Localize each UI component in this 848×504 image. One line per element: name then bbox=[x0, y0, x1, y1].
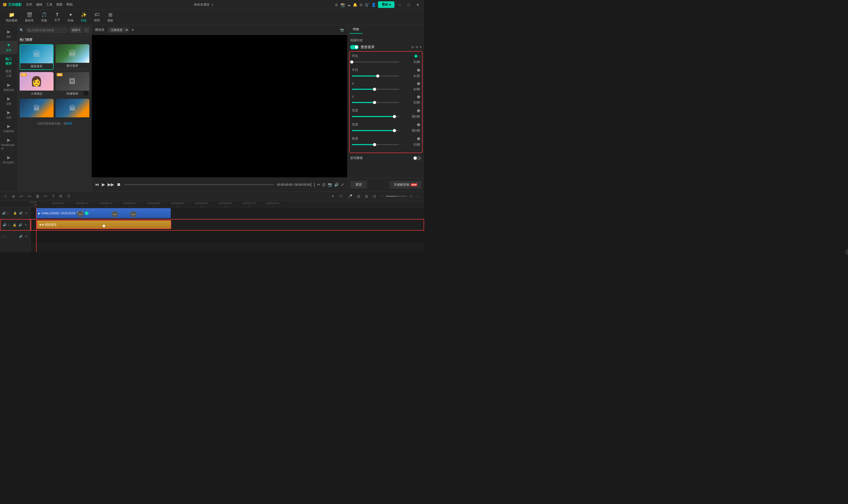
crop-icon[interactable]: ✂ bbox=[317, 182, 320, 187]
sidebar-item-border[interactable]: ▶ 边框 bbox=[0, 108, 17, 122]
keyframe-feather[interactable] bbox=[414, 54, 418, 58]
fullscreen-icon[interactable]: ⤢ bbox=[341, 182, 344, 187]
zoom-slider[interactable] bbox=[386, 196, 407, 197]
tl-layers-icon[interactable]: ⊞ bbox=[356, 193, 362, 199]
clip-challenge-success[interactable]: ▶ CHALLENGE / SUCCESS VIP + bbox=[36, 208, 171, 218]
menu-tools[interactable]: 工具 bbox=[46, 2, 52, 7]
tool-material-lib[interactable]: 🎬 素材库 bbox=[22, 11, 37, 24]
tool-sticker[interactable]: 🏷 贴纸 bbox=[91, 11, 103, 23]
effect-lighthouse4[interactable]: 🏛 bbox=[56, 99, 90, 120]
feather-thumb[interactable] bbox=[350, 60, 353, 64]
height-slider[interactable] bbox=[352, 130, 399, 131]
zoom-out-button[interactable]: − bbox=[380, 193, 384, 199]
track-1-mute[interactable]: 🔊 bbox=[18, 223, 23, 227]
track-2-lock[interactable]: 🔒 bbox=[13, 211, 17, 215]
fast-forward-button[interactable]: ▶▶ bbox=[108, 182, 114, 187]
keyframe-feather-add[interactable]: › bbox=[419, 54, 420, 58]
mark-out-icon[interactable]: } bbox=[314, 182, 315, 187]
effect-toggle[interactable] bbox=[350, 45, 359, 49]
tl-select-tool[interactable]: ⊹ bbox=[3, 193, 8, 199]
sidebar-item-my[interactable]: ▶ 我的 bbox=[0, 27, 17, 41]
x-thumb[interactable] bbox=[373, 88, 376, 91]
close-button[interactable]: ✕ bbox=[414, 2, 421, 7]
keyframe-x[interactable] bbox=[417, 82, 420, 86]
angle-slider[interactable] bbox=[352, 144, 399, 145]
tool-audio[interactable]: 🎵 音频 bbox=[38, 11, 50, 24]
maximize-button[interactable]: □ bbox=[405, 2, 412, 7]
angle-thumb[interactable] bbox=[373, 143, 376, 146]
effect-settings-icon[interactable]: ⚙ bbox=[415, 45, 418, 49]
tl-shield-icon[interactable]: 🛡 bbox=[338, 193, 344, 199]
transition-1[interactable]: ⟺ bbox=[77, 211, 84, 217]
keyframe-radius[interactable] bbox=[417, 68, 420, 72]
track-1-lock[interactable]: 🔒 bbox=[12, 223, 17, 227]
y-thumb[interactable] bbox=[373, 101, 376, 104]
transition-2[interactable]: ⟺ bbox=[111, 211, 118, 217]
quality-select[interactable]: 完整画质 bbox=[108, 27, 129, 33]
refresh-link[interactable]: 刷新 bbox=[66, 122, 72, 125]
rewind-button[interactable]: ⏮ bbox=[95, 182, 99, 187]
preview-screenshot-icon[interactable]: 📷 bbox=[340, 28, 344, 32]
sidebar-item-boris[interactable]: ▶ Boris插件 bbox=[0, 153, 17, 167]
tool-template[interactable]: ⊞ 模板 bbox=[104, 11, 116, 24]
track-2-eye[interactable]: 👁 bbox=[24, 211, 28, 215]
split-view-icon[interactable]: ⊡ bbox=[322, 182, 326, 187]
tl-cut[interactable]: ✂ bbox=[43, 193, 49, 199]
reset-button[interactable]: 重置 bbox=[350, 181, 367, 188]
export-button[interactable]: 导出 ▾ bbox=[378, 1, 395, 8]
menu-edit[interactable]: 编辑 bbox=[36, 2, 42, 7]
effect-copy-icon[interactable]: ⧉ bbox=[411, 45, 414, 49]
more-options-button[interactable]: ··· bbox=[84, 28, 89, 33]
sidebar-item-recommended[interactable]: ▼ 推荐 bbox=[0, 41, 17, 54]
track-2-mute[interactable]: 🔊 bbox=[19, 211, 23, 215]
audio-1-mute[interactable]: 🔊 bbox=[19, 234, 23, 238]
effect-more-icon[interactable]: ▾ bbox=[420, 45, 421, 49]
keyframe-panel-button[interactable]: 关键帧面板 NEW bbox=[390, 181, 421, 188]
tl-copy[interactable]: ⧉ bbox=[58, 193, 63, 199]
height-thumb[interactable] bbox=[393, 129, 396, 132]
effect-shape-mask[interactable]: 🏛 图形遮罩 bbox=[20, 44, 54, 70]
mark-in-icon[interactable]: { bbox=[310, 182, 312, 187]
play-button[interactable]: ▶ bbox=[102, 182, 105, 187]
sidebar-item-video-effects[interactable]: ▶ 视频特效 bbox=[0, 80, 17, 94]
nav-hot[interactable]: 热门推荐 bbox=[2, 55, 15, 68]
radius-slider[interactable] bbox=[352, 75, 399, 76]
stop-button[interactable]: ⏹ bbox=[117, 182, 121, 187]
keyframe-height[interactable] bbox=[417, 123, 420, 126]
effect-quick-blur[interactable]: 🖼 VIP ↓ 快速噪斑 bbox=[56, 72, 90, 97]
tl-undo[interactable]: ↩ bbox=[19, 193, 24, 199]
project-info-icon[interactable]: ℹ bbox=[212, 3, 213, 6]
clip-add-icon[interactable]: + bbox=[85, 211, 88, 215]
tool-effects[interactable]: ✨ 特效 bbox=[78, 11, 90, 24]
snapshot-icon[interactable]: 📷 bbox=[328, 182, 332, 187]
tl-mic-icon[interactable]: 🎤 bbox=[346, 193, 353, 199]
tl-magnet-tool[interactable]: ⊕ bbox=[11, 193, 16, 199]
tab-effects[interactable]: 特效 bbox=[350, 25, 362, 34]
radius-thumb[interactable] bbox=[376, 74, 379, 77]
speaker-icon[interactable]: 🔊 bbox=[334, 182, 339, 187]
tl-text[interactable]: T bbox=[51, 193, 56, 199]
minimize-button[interactable]: ─ bbox=[397, 2, 403, 7]
effect-lighthouse3[interactable]: 🏛 bbox=[20, 99, 54, 120]
preview-progress-bar[interactable] bbox=[124, 184, 274, 185]
filter-dropdown[interactable]: 全部 ▾ bbox=[70, 27, 82, 33]
sidebar-item-newblue[interactable]: ▶ NewBlue插件 bbox=[0, 135, 17, 153]
sidebar-item-filter[interactable]: ▶ 滤镜 bbox=[0, 94, 17, 108]
tl-sun-icon[interactable]: ☀ bbox=[330, 193, 336, 199]
audio-1-eye[interactable]: 👁 bbox=[24, 235, 28, 238]
reverse-toggle[interactable] bbox=[413, 156, 421, 160]
clip-shape-mask[interactable]: ◉ ◉ 图形遮罩 bbox=[37, 220, 171, 229]
feather-slider[interactable] bbox=[352, 61, 399, 62]
zoom-in-button[interactable]: + bbox=[409, 193, 414, 199]
track-1-eye[interactable]: 👁 bbox=[24, 223, 28, 227]
y-slider[interactable] bbox=[352, 102, 399, 103]
transition-3[interactable]: ⟺ bbox=[130, 211, 137, 217]
tool-text[interactable]: T 文字 bbox=[51, 11, 63, 23]
menu-file[interactable]: 文件 bbox=[26, 2, 32, 7]
menu-view[interactable]: 视图 bbox=[56, 2, 63, 7]
nav-new[interactable]: 最新上架 bbox=[2, 68, 15, 80]
tl-grid-icon[interactable]: ⊞ bbox=[364, 193, 369, 199]
tl-more-button[interactable]: ··· bbox=[416, 193, 421, 199]
keyframe-y[interactable] bbox=[417, 95, 420, 99]
menu-help[interactable]: 帮助 bbox=[66, 2, 73, 7]
